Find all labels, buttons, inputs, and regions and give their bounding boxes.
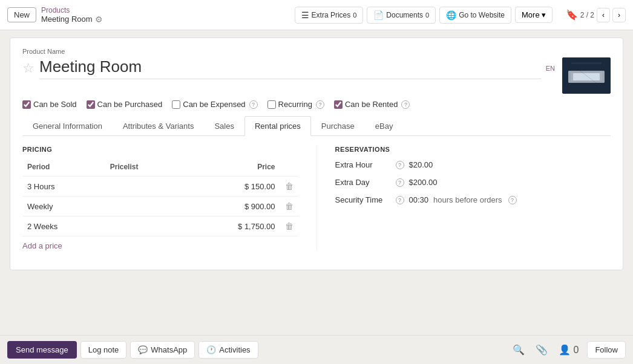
extra-hour-label: Extra Hour <box>335 160 390 169</box>
can-be-sold-checkbox[interactable]: Can be Sold <box>22 100 77 109</box>
extra-day-help-icon[interactable]: ? <box>396 178 404 187</box>
extra-prices-count: 0 <box>353 11 356 19</box>
pricing-table: Period Pricelist Price 3 Hours $ 150.00 … <box>22 160 298 236</box>
pricelist-cell <box>105 177 183 197</box>
go-to-website-label: Go to Website <box>459 11 505 19</box>
attachment-icon-button[interactable]: 📎 <box>533 342 550 358</box>
extra-hour-value: $20.00 <box>409 160 433 169</box>
tabs: General Information Attributes & Variant… <box>22 116 611 136</box>
new-button[interactable]: New <box>7 7 36 22</box>
tab-rental-prices[interactable]: Rental prices <box>244 116 311 136</box>
form-card: Product Name ☆ EN <box>10 37 623 270</box>
pricing-section: PRICING Period Pricelist Price 3 Hou <box>22 146 317 250</box>
delete-icon[interactable]: 🗑 <box>285 221 294 231</box>
product-header: ☆ EN <box>22 57 611 94</box>
log-note-button[interactable]: Log note <box>80 341 127 359</box>
send-message-button[interactable]: Send message <box>7 341 77 359</box>
whatsapp-label: WhatsApp <box>151 345 187 354</box>
tab-sales[interactable]: Sales <box>204 116 244 136</box>
activities-label: Activities <box>219 345 250 354</box>
gear-icon[interactable]: ⚙ <box>95 15 103 24</box>
recurring-label: Recurring <box>278 100 312 109</box>
delete-cell[interactable]: 🗑 <box>280 177 298 197</box>
security-time-label: Security Time <box>335 195 390 204</box>
tab-content: PRICING Period Pricelist Price 3 Hou <box>22 136 611 260</box>
go-to-website-button[interactable]: 🌐 Go to Website <box>439 7 511 24</box>
breadcrumb-parent[interactable]: Products <box>41 6 103 15</box>
table-row: Weekly $ 900.00 🗑 <box>22 197 298 216</box>
can-be-purchased-checkbox[interactable]: Can be Purchased <box>87 100 163 109</box>
can-be-purchased-label: Can be Purchased <box>97 100 163 109</box>
list-icon: ☰ <box>301 10 309 20</box>
topbar: New Products Meeting Room ⚙ ☰ Extra Pric… <box>0 0 633 30</box>
log-note-label: Log note <box>88 345 119 354</box>
extra-day-label: Extra Day <box>335 178 390 187</box>
extra-hour-help-icon[interactable]: ? <box>396 161 404 169</box>
can-be-expensed-checkbox[interactable]: Can be Expensed ? <box>172 100 257 109</box>
documents-button[interactable]: 📄 Documents 0 <box>367 7 436 24</box>
bookmark-icon: 🔖 <box>566 9 578 21</box>
period-header: Period <box>22 160 105 177</box>
delete-cell[interactable]: 🗑 <box>280 216 298 236</box>
delete-icon[interactable]: 🗑 <box>285 181 294 191</box>
security-time-value: 00:30 <box>409 195 429 204</box>
price-cell: $ 900.00 <box>183 197 280 216</box>
price-header: Price <box>183 160 280 177</box>
can-be-expensed-help-icon[interactable]: ? <box>249 100 258 109</box>
pricelist-cell <box>105 197 183 216</box>
activities-button[interactable]: 🕐 Activities <box>198 341 258 359</box>
svg-rect-6 <box>573 73 600 80</box>
breadcrumb: Products Meeting Room ⚙ <box>41 6 103 24</box>
language-button[interactable]: EN <box>546 65 555 72</box>
recurring-checkbox[interactable]: Recurring ? <box>267 100 324 109</box>
whatsapp-button[interactable]: 💬 WhatsApp <box>130 341 195 359</box>
can-be-expensed-label: Can be Expensed <box>183 100 245 109</box>
can-be-rented-label: Can be Rented <box>345 100 398 109</box>
user-icon: 👤 <box>559 345 571 355</box>
tab-general-information[interactable]: General Information <box>22 116 113 136</box>
table-row: 3 Hours $ 150.00 🗑 <box>22 177 298 197</box>
tab-purchase[interactable]: Purchase <box>311 116 365 136</box>
prev-button[interactable]: ‹ <box>597 8 610 22</box>
next-button[interactable]: › <box>612 8 626 22</box>
bottom-bar: Send message Log note 💬 WhatsApp 🕐 Activ… <box>0 335 633 364</box>
delete-icon[interactable]: 🗑 <box>285 201 294 211</box>
security-time-help-icon[interactable]: ? <box>396 196 404 204</box>
delete-cell[interactable]: 🗑 <box>280 197 298 216</box>
security-time-unit-help-icon[interactable]: ? <box>508 196 517 204</box>
followers-count: 0 <box>574 345 579 355</box>
bottom-right-actions: 🔍 📎 👤 0 Follow <box>510 341 626 359</box>
add-price-link[interactable]: Add a price <box>22 241 62 250</box>
pricing-section-title: PRICING <box>22 146 298 153</box>
whatsapp-icon: 💬 <box>138 345 148 354</box>
can-be-purchased-input[interactable] <box>87 100 95 109</box>
user-icon-button[interactable]: 👤 0 <box>556 342 581 358</box>
tab-attributes-variants[interactable]: Attributes & Variants <box>113 116 205 136</box>
chevron-down-icon: ▾ <box>542 10 546 19</box>
recurring-input[interactable] <box>267 100 276 109</box>
search-icon-button[interactable]: 🔍 <box>510 342 527 358</box>
more-button[interactable]: More ▾ <box>515 7 553 23</box>
recurring-help-icon[interactable]: ? <box>316 100 324 109</box>
security-time-unit: hours before orders <box>433 195 502 204</box>
pricelist-header: Pricelist <box>105 160 183 177</box>
can-be-sold-input[interactable] <box>22 100 31 109</box>
security-time-row: Security Time ? 00:30 hours before order… <box>335 195 611 204</box>
can-be-rented-input[interactable] <box>334 100 343 109</box>
star-icon[interactable]: ☆ <box>22 60 34 76</box>
tab-ebay[interactable]: eBay <box>365 116 404 136</box>
can-be-rented-checkbox[interactable]: Can be Rented ? <box>334 100 410 109</box>
more-label: More <box>522 10 540 19</box>
can-be-expensed-input[interactable] <box>172 100 180 109</box>
globe-icon: 🌐 <box>446 10 456 20</box>
product-title-input[interactable] <box>39 57 541 79</box>
can-be-rented-help-icon[interactable]: ? <box>401 100 410 109</box>
nav-position: 2 / 2 <box>580 11 594 19</box>
documents-label: Documents <box>386 11 423 19</box>
extra-prices-button[interactable]: ☰ Extra Prices 0 <box>295 7 364 24</box>
reservations-section: RESERVATIONS Extra Hour ? $20.00 Extra D… <box>317 146 611 250</box>
product-name-label: Product Name <box>22 48 611 55</box>
follow-button[interactable]: Follow <box>587 341 626 359</box>
can-be-sold-label: Can be Sold <box>33 100 77 109</box>
nav-controls: 🔖 2 / 2 ‹ › <box>566 8 626 22</box>
